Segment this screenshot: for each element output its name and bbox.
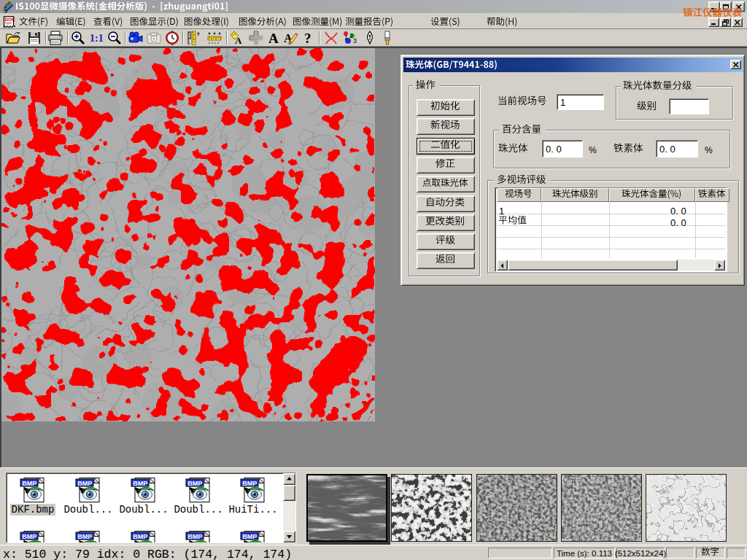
svg-text:1:1: 1:1 — [90, 33, 104, 44]
svg-text:BMP: BMP — [22, 533, 36, 540]
svg-text:?: ? — [304, 31, 311, 46]
svg-text:BMP: BMP — [133, 480, 147, 487]
svg-text:1: 1 — [344, 34, 348, 41]
svg-text:BMP: BMP — [242, 480, 257, 487]
svg-text:BMP: BMP — [22, 480, 36, 487]
svg-text:BMP: BMP — [242, 533, 257, 540]
svg-text:BMP: BMP — [187, 480, 202, 487]
svg-text:BMP: BMP — [77, 533, 92, 540]
svg-text:A: A — [268, 31, 279, 46]
svg-text:BMP: BMP — [133, 533, 147, 540]
svg-text:BMP: BMP — [77, 480, 92, 487]
svg-text:3: 3 — [353, 37, 357, 44]
svg-text:BMP: BMP — [187, 533, 202, 540]
svg-text:DOC: DOC — [5, 17, 16, 22]
svg-text:A: A — [235, 35, 242, 46]
